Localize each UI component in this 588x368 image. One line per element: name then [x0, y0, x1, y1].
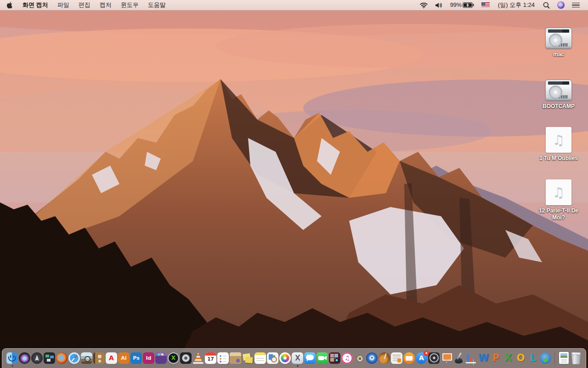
vlc-dock-icon[interactable]	[192, 352, 204, 364]
desktop-icon-bootcamp[interactable]: BOOTCAMP	[532, 80, 585, 110]
itunes-dock-icon[interactable]: ♫	[341, 352, 353, 364]
ibooks-dock-icon[interactable]	[403, 352, 415, 364]
menu-item-2[interactable]: 캡처	[95, 0, 116, 10]
easyfind-dock-icon[interactable]: ★	[354, 352, 365, 364]
apple-menu[interactable]	[0, 0, 18, 10]
spotlight-search-icon[interactable]	[539, 0, 554, 10]
contacts-dock-icon[interactable]	[93, 352, 105, 364]
outlook-dock-icon[interactable]: O	[515, 352, 526, 364]
audio-file-icon[interactable]: ♫	[532, 179, 585, 205]
desktop-screen: 화면 캡처 파일편집캡처윈도우도움말 99%	[0, 0, 588, 368]
launchpad-dock-icon[interactable]	[31, 352, 43, 364]
desktop-icon-label: BOOTCAMP	[532, 103, 585, 110]
menu-item-4[interactable]: 도움말	[143, 0, 170, 10]
xld-glyph: X	[171, 355, 175, 361]
desktop-icon-12-parle-t-il-de-moi-[interactable]: ♫12 Parle-T-Il De Moi?	[532, 179, 585, 221]
excel-glyph: X	[504, 352, 512, 363]
us-flag-icon	[481, 2, 490, 8]
menu-item-1[interactable]: 편집	[74, 0, 95, 10]
stickies-dock-icon[interactable]	[242, 352, 254, 364]
excel-dock-icon[interactable]: X	[503, 352, 514, 364]
notes-dock-icon[interactable]	[254, 352, 266, 364]
app-store-dock-icon[interactable]: A4	[416, 352, 427, 364]
hard-drive-icon[interactable]	[532, 80, 585, 101]
garageband-dock-icon[interactable]	[379, 352, 390, 364]
volume-icon[interactable]	[431, 0, 447, 10]
toast-titanium-dock-icon[interactable]	[155, 352, 167, 364]
unarchiver-dock-icon[interactable]	[230, 352, 241, 364]
trash-full-dock-icon[interactable]	[571, 352, 582, 364]
illustrator-dock-icon[interactable]: Ai	[118, 352, 130, 364]
photoshop-dock-icon[interactable]: Ps	[130, 352, 142, 364]
grab-screen-capture-dock-icon[interactable]	[292, 352, 303, 364]
safari-dock-icon[interactable]	[68, 352, 80, 364]
wallpaper-sierra-mountains	[0, 0, 588, 368]
powerpoint-glyph: P	[492, 352, 499, 363]
dock-divider	[554, 351, 555, 365]
easyfind-glyph: ★	[355, 353, 365, 363]
image-documents-dock-icon[interactable]	[267, 352, 278, 364]
photo-booth-dock-icon[interactable]	[329, 352, 340, 364]
finder-dock-icon[interactable]	[6, 352, 18, 364]
firefox-dock-icon[interactable]	[56, 352, 68, 364]
hard-drive-icon[interactable]	[532, 28, 585, 49]
desktop-icon-label: 1 Tu M'Oublies	[532, 155, 585, 162]
powerpoint-dock-icon[interactable]: P	[490, 352, 502, 364]
xld-dock-icon[interactable]: X	[168, 352, 179, 364]
pages-dock-icon[interactable]	[453, 352, 464, 364]
menu-item-0[interactable]: 파일	[53, 0, 74, 10]
jpeg-document-dock-icon[interactable]	[558, 352, 570, 364]
itunes-glyph: ♫	[345, 355, 350, 362]
photoshop-glyph: Ps	[133, 355, 139, 361]
dock: AAiPsIdX17♫★A4WPXOL	[2, 348, 586, 368]
numbers-dock-icon[interactable]	[465, 352, 477, 364]
disc-ripper-dock-icon[interactable]	[366, 352, 378, 364]
apple-icon	[6, 1, 12, 9]
lync-glyph: L	[530, 352, 536, 363]
reminders-dock-icon[interactable]	[217, 352, 229, 364]
running-indicator-dot	[297, 365, 298, 367]
messages-dock-icon[interactable]	[304, 352, 316, 364]
keynote-dock-icon[interactable]	[441, 352, 452, 364]
battery-charging-icon	[463, 2, 474, 8]
mission-control-dock-icon[interactable]	[44, 352, 55, 364]
app-menus: 화면 캡처 파일편집캡처윈도우도움말	[0, 0, 170, 10]
siri-menu-icon[interactable]	[554, 0, 568, 10]
indesign-dock-icon[interactable]: Id	[143, 352, 154, 364]
word-glyph: W	[478, 352, 489, 363]
desktop-icons: macBOOTCAMP♫1 Tu M'Oublies♫12 Parle-T-Il…	[532, 11, 585, 351]
siri-dock-icon[interactable]	[19, 352, 30, 364]
battery-status[interactable]: 99%	[447, 0, 478, 10]
lync-dock-icon[interactable]: L	[527, 352, 539, 364]
desktop-icon-mac[interactable]: mac	[532, 28, 585, 58]
battery-percent-label: 99%	[450, 2, 462, 8]
running-indicator-dot	[11, 365, 13, 367]
document-stack-dock-icon[interactable]	[391, 352, 402, 364]
indesign-glyph: Id	[146, 355, 152, 361]
wifi-icon[interactable]	[416, 0, 431, 10]
notification-center-icon[interactable]	[568, 0, 583, 10]
acrobat-reader-dock-icon[interactable]: A	[106, 352, 117, 364]
word-dock-icon[interactable]: W	[478, 352, 489, 364]
desktop-icon-label: 12 Parle-T-Il De Moi?	[532, 207, 585, 221]
calendar-glyph: 17	[208, 356, 214, 362]
ms-globe-dock-icon[interactable]	[540, 352, 551, 364]
calendar-dock-icon[interactable]: 17	[205, 352, 216, 364]
menu-app-name[interactable]: 화면 캡처	[18, 0, 53, 10]
desktop-icon-label: mac	[532, 51, 585, 58]
facetime-dock-icon[interactable]	[317, 352, 328, 364]
photos-dock-icon[interactable]	[279, 352, 291, 364]
menu-bar: 화면 캡처 파일편집캡처윈도우도움말 99%	[0, 0, 588, 11]
disk-tool-dock-icon[interactable]	[180, 352, 192, 364]
menu-item-3[interactable]: 윈도우	[116, 0, 143, 10]
app-store-glyph: A	[419, 354, 424, 362]
input-source-us-flag[interactable]	[478, 0, 493, 10]
preview-dock-icon[interactable]	[81, 352, 92, 364]
audio-file-icon[interactable]: ♫	[532, 127, 585, 153]
menu-clock[interactable]: (일) 오후 1:24	[493, 1, 539, 9]
system-preferences-dock-icon[interactable]	[428, 352, 440, 364]
acrobat-reader-glyph: A	[109, 354, 114, 362]
status-menu-area: 99% (일) 오후 1:24	[416, 0, 588, 10]
notification-badge: 4	[424, 351, 429, 356]
desktop-icon-1-tu-m-oublies[interactable]: ♫1 Tu M'Oublies	[532, 127, 585, 162]
